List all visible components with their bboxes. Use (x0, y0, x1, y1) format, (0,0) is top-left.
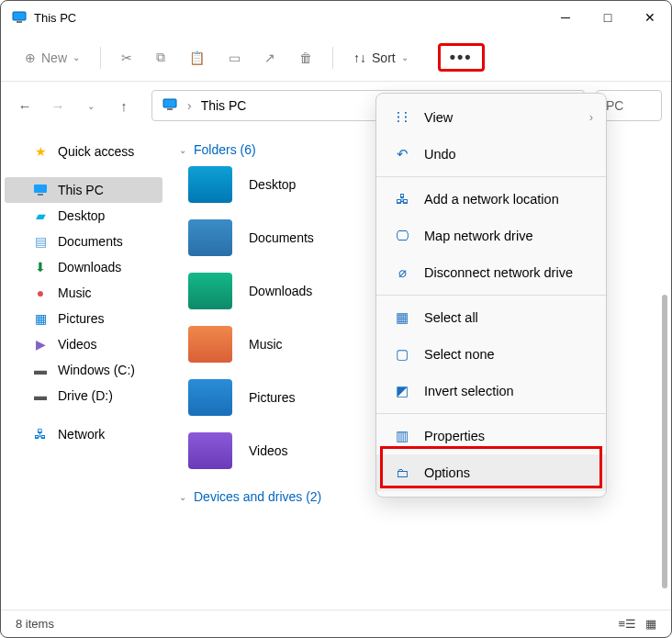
minimize-button[interactable]: ─ (544, 1, 587, 34)
toolbar: ⊕ New ⌄ ✂ ⧉ 📋 ▭ ↗ 🗑 ↑↓ Sort ⌄ ••• (1, 34, 671, 82)
menu-separator (376, 413, 606, 414)
sidebar-item-music[interactable]: ●Music (5, 280, 162, 306)
menu-properties[interactable]: ▥ Properties (376, 418, 606, 454)
music-icon: ● (32, 285, 49, 301)
titlebar: This PC ─ □ ✕ (1, 1, 671, 34)
invert-icon: ◩ (393, 382, 411, 400)
up-button[interactable]: ↑ (109, 91, 139, 120)
sidebar-this-pc[interactable]: This PC (5, 177, 162, 203)
address-location: This PC (201, 98, 247, 113)
menu-map-network-drive[interactable]: 🖵 Map network drive (376, 218, 606, 254)
sidebar-item-downloads[interactable]: ⬇Downloads (5, 254, 162, 280)
search-placeholder: PC (606, 98, 623, 113)
star-icon: ★ (32, 143, 49, 160)
plus-icon: ⊕ (25, 50, 36, 65)
svg-rect-4 (34, 185, 47, 193)
svg-rect-0 (13, 12, 26, 20)
copy-icon: ⧉ (156, 50, 165, 65)
sidebar-item-drive-c[interactable]: ▬Windows (C:) (5, 357, 162, 383)
sidebar-item-videos[interactable]: ▶Videos (5, 331, 162, 357)
svg-rect-1 (17, 21, 22, 23)
menu-view[interactable]: ᎒᎒ View › (376, 99, 606, 136)
sidebar-item-drive-d[interactable]: ▬Drive (D:) (5, 383, 162, 409)
forward-button[interactable]: → (43, 91, 73, 120)
menu-select-none[interactable]: ▢ Select none (376, 336, 606, 373)
chevron-down-icon: ⌄ (73, 52, 80, 62)
this-pc-icon (12, 10, 27, 25)
network-icon: 🖧 (32, 426, 49, 442)
disconnect-drive-icon: ⌀ (393, 263, 411, 282)
properties-icon: ▥ (393, 427, 411, 445)
sidebar-item-documents[interactable]: ▤Documents (5, 229, 162, 254)
options-icon: 🗀 (393, 464, 411, 482)
svg-rect-3 (167, 108, 173, 110)
copy-button[interactable]: ⧉ (147, 44, 174, 71)
divider (100, 47, 101, 69)
desktop-icon: ▰ (32, 207, 49, 224)
new-button[interactable]: ⊕ New ⌄ (16, 45, 89, 71)
details-view-button[interactable]: ≡☰ (618, 617, 636, 631)
chevron-right-icon: › (589, 111, 593, 124)
rename-button[interactable]: ▭ (219, 45, 250, 71)
monitor-icon (32, 182, 49, 198)
document-icon: ▤ (32, 233, 49, 250)
menu-separator (376, 295, 606, 296)
statusbar: 8 items ≡☰ ▦ (1, 610, 671, 637)
sort-icon: ↑↓ (353, 50, 366, 65)
add-network-icon: 🖧 (393, 190, 411, 208)
sidebar-network[interactable]: 🖧 Network (5, 421, 162, 447)
menu-select-all[interactable]: ▦ Select all (376, 299, 606, 336)
chevron-down-icon: ⌄ (179, 492, 186, 502)
share-icon: ↗ (264, 50, 275, 65)
sidebar-quick-access[interactable]: ★ Quick access (5, 139, 162, 164)
drive-icon: ▬ (32, 387, 49, 404)
drive-icon: ▬ (32, 362, 49, 378)
download-icon: ⬇ (32, 259, 49, 275)
status-item-count: 8 items (16, 617, 54, 631)
menu-separator (376, 176, 606, 177)
sidebar-item-desktop[interactable]: ▰Desktop (5, 203, 162, 229)
close-button[interactable]: ✕ (629, 1, 671, 34)
undo-icon: ↶ (393, 145, 411, 163)
select-all-icon: ▦ (393, 308, 411, 327)
more-button[interactable]: ••• (438, 43, 485, 72)
menu-options[interactable]: 🗀 Options (376, 454, 606, 491)
scrollbar-thumb[interactable] (662, 295, 667, 588)
view-icon: ᎒᎒ (393, 108, 411, 127)
maximize-button[interactable]: □ (587, 1, 629, 34)
menu-add-network-location[interactable]: 🖧 Add a network location (376, 181, 606, 218)
ellipsis-icon: ••• (450, 48, 473, 67)
clipboard-icon: 📋 (189, 50, 205, 65)
chevron-down-icon: ⌄ (401, 52, 409, 62)
scissors-icon: ✂ (121, 50, 132, 65)
rename-icon: ▭ (229, 50, 241, 65)
menu-invert-selection[interactable]: ◩ Invert selection (376, 373, 606, 409)
icons-view-button[interactable]: ▦ (645, 617, 656, 631)
chevron-down-icon: ⌄ (179, 145, 186, 155)
sort-button[interactable]: ↑↓ Sort ⌄ (344, 45, 418, 71)
menu-disconnect-network-drive[interactable]: ⌀ Disconnect network drive (376, 254, 606, 291)
more-context-menu: ᎒᎒ View › ↶ Undo 🖧 Add a network locatio… (375, 93, 607, 498)
cut-button[interactable]: ✂ (112, 45, 141, 71)
address-sep: › (187, 98, 192, 113)
sidebar: ★ Quick access This PC ▰Desktop ▤Documen… (1, 129, 166, 610)
delete-button[interactable]: 🗑 (290, 45, 321, 71)
recent-button[interactable]: ⌄ (76, 91, 106, 120)
map-drive-icon: 🖵 (393, 227, 411, 245)
pictures-icon: ▦ (32, 310, 49, 327)
window-title: This PC (34, 11, 544, 25)
select-none-icon: ▢ (393, 345, 411, 364)
svg-rect-5 (38, 194, 43, 196)
share-button[interactable]: ↗ (255, 45, 285, 71)
back-button[interactable]: ← (10, 91, 39, 120)
this-pc-icon (162, 98, 178, 114)
paste-button[interactable]: 📋 (180, 45, 214, 71)
sidebar-item-pictures[interactable]: ▦Pictures (5, 306, 162, 331)
menu-undo[interactable]: ↶ Undo (376, 136, 606, 173)
divider (332, 47, 333, 69)
trash-icon: 🗑 (299, 50, 312, 65)
svg-rect-2 (163, 99, 176, 107)
videos-icon: ▶ (32, 336, 49, 353)
